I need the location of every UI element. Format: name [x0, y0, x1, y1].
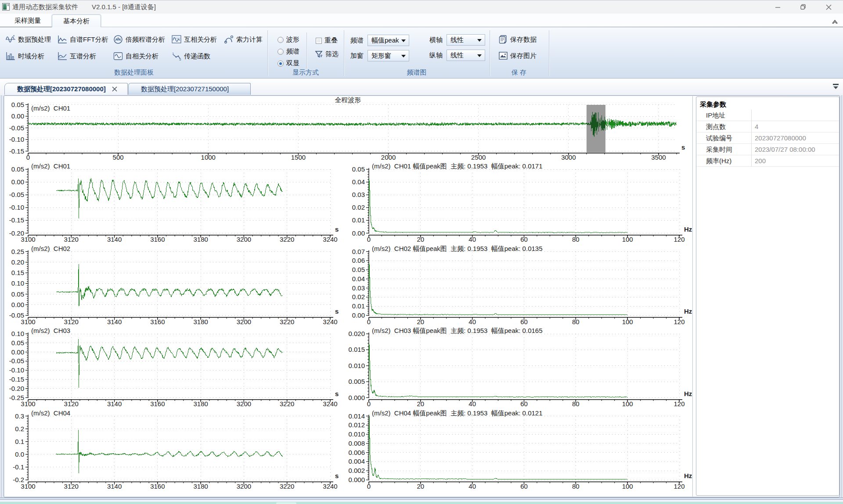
transfer-function-button[interactable]: 1 5 传递函数: [172, 50, 210, 62]
x-tick-label: 80: [572, 318, 580, 325]
acquisition-params-panel: 采集参数 IP地址 测点数 4 试验编号 20230727080000 采集时间…: [696, 97, 839, 496]
y-tick-label: 0.01: [352, 302, 365, 310]
chart-time_ch02[interactable]: 0.250.200.150.100.050.00-0.0531003120314…: [9, 245, 339, 325]
inplot-label: (m/s2) CH02: [31, 245, 70, 252]
axis-unit-label: Hz: [684, 472, 692, 479]
x-tick-label: 3180: [193, 318, 208, 325]
chart-title: 全程波形: [335, 96, 361, 104]
y-tick-label: 0.03: [352, 284, 365, 292]
y-tick-label: -0.1: [13, 463, 24, 471]
close-tab-button[interactable]: [111, 86, 118, 93]
y-tick-label: -0.05: [9, 191, 24, 198]
cross-spectrum-button[interactable]: 互谱分析: [58, 50, 96, 62]
chart-time_ch04[interactable]: 0.30.20.10.0-0.1-0.231003120314031603180…: [13, 409, 339, 490]
save-image-icon: [498, 51, 508, 61]
x-tick-label: 2000: [381, 154, 396, 161]
document-tab-inactive[interactable]: 数据预处理[20230727150000]: [128, 83, 251, 95]
auto-spectrum-fft-button[interactable]: 自谱FFT分析: [58, 34, 108, 45]
cross-correlation-button[interactable]: 互相关分析: [172, 34, 217, 45]
minimize-icon: [775, 4, 781, 10]
y-tick-label: 0.00: [11, 301, 24, 308]
radio-waveform[interactable]: 波形: [277, 36, 299, 44]
waveform-trace: [56, 264, 282, 306]
param-value: 4: [755, 123, 758, 130]
y-tick-label: 0.008: [348, 440, 365, 447]
x-tick-label: 1000: [201, 154, 216, 161]
spectrum-type-select[interactable]: 幅值peak: [367, 35, 409, 46]
x-tick-label: 3140: [107, 236, 122, 243]
checkbox-overlap[interactable]: 重叠: [316, 36, 338, 45]
y-tick-label: 0.06: [352, 257, 365, 264]
chart-overview[interactable]: 0.050.00-0.05-0.10-0.1505001000150020002…: [9, 96, 685, 161]
time-domain-button[interactable]: 时域分析: [6, 50, 44, 62]
filter-button[interactable]: 筛选: [315, 50, 339, 58]
chart-spec_ch03[interactable]: 0.0200.0150.0100.0050.000020406080100120…: [348, 327, 692, 407]
axis-unit-label: s: [681, 143, 685, 151]
y-tick-label: 0.03: [352, 191, 365, 198]
chart-time_ch01[interactable]: 0.050.00-0.05-0.10-0.15-0.20310031203140…: [9, 162, 339, 243]
chart-spec_ch04[interactable]: 0.0140.0120.0100.0080.0060.0040.0020.000…: [348, 409, 692, 490]
y-axis-select[interactable]: 线性: [447, 50, 485, 61]
x-axis-select[interactable]: 线性: [447, 34, 485, 46]
data-preprocessing-button[interactable]: 数据预处理: [6, 34, 51, 45]
tab-list-button[interactable]: [832, 83, 839, 89]
collapse-ribbon-button[interactable]: [832, 18, 839, 24]
radio-icon: [277, 37, 284, 43]
chart-canvas[interactable]: 0.050.00-0.05-0.10-0.1505001000150020002…: [4, 96, 692, 497]
y-tick-label: 0.1: [15, 438, 24, 445]
y-tick-label: 0.010: [348, 362, 365, 369]
y-tick-label: 0.002: [348, 467, 365, 474]
param-value: 20230727080000: [755, 134, 806, 142]
save-data-button[interactable]: 保存数据: [498, 34, 537, 45]
close-button[interactable]: [819, 0, 838, 14]
inplot-label: (m/s2) CH01 幅值peak图 主频: 0.1953 幅值peak: 0…: [372, 162, 543, 170]
spectrum-type-field: 频谱 幅值peak: [350, 35, 409, 46]
minimize-button[interactable]: [768, 0, 787, 14]
window-fn-select[interactable]: 矩形窗: [367, 50, 409, 61]
window-frame-left: [0, 95, 4, 497]
ribbon-tab-sampling[interactable]: 采样测量: [10, 14, 46, 27]
title-bar: 通用动态数据采集软件 V2.0.1.5 - [8通道设备]: [0, 0, 843, 14]
chart-time_ch03[interactable]: 0.100.050.00-0.05-0.10-0.15-0.20-0.25310…: [9, 327, 339, 407]
radio-spectrum[interactable]: 频谱: [277, 47, 299, 56]
waveform-trace: [369, 343, 627, 397]
octave-spectrum-button[interactable]: 倍频程谱分析: [113, 34, 165, 45]
inplot-label: (m/s2) CH01: [31, 104, 70, 112]
x-tick-label: 3240: [323, 400, 337, 407]
y-axis-field: 纵轴 线性: [429, 50, 485, 61]
x-tick-label: 80: [572, 483, 580, 490]
param-value: 200: [755, 157, 766, 164]
field-label: 纵轴: [429, 51, 443, 60]
cable-force-button[interactable]: 索力计算: [224, 34, 263, 45]
x-tick-label: 3120: [64, 318, 79, 325]
x-tick-label: 3180: [193, 400, 208, 407]
param-label: 频率(Hz): [706, 157, 731, 165]
y-tick-label: 0.3: [15, 412, 24, 420]
group-label-data-processing: 数据处理面板: [90, 68, 178, 77]
y-tick-label: 0.015: [348, 346, 365, 353]
ribbon-tab-analysis[interactable]: 基本分析: [52, 14, 101, 27]
x-tick-label: 3100: [21, 236, 35, 243]
inplot-label: (m/s2) CH02 幅值peak图 主频: 0.1953 幅值peak: 0…: [372, 245, 543, 252]
auto-correlation-button[interactable]: 自相关分析: [113, 50, 159, 62]
document-tab-active[interactable]: 数据预处理[20230727080000]: [4, 83, 128, 95]
button-label: 倍频程谱分析: [126, 36, 165, 44]
group-label-spectrum: 频谱图: [382, 68, 452, 77]
chart-spec_ch01[interactable]: 0.050.040.030.020.010.00020406080100120H…: [352, 162, 692, 243]
button-label: 自相关分析: [126, 52, 159, 61]
chart-spec_ch02[interactable]: 0.070.060.050.040.030.020.010.0002040608…: [352, 245, 692, 325]
svg-text:5: 5: [179, 57, 181, 61]
y-tick-label: 0.020: [348, 330, 365, 337]
y-tick-label: 0.01: [352, 216, 365, 224]
y-tick-label: -0.10: [9, 366, 24, 374]
x-tick-label: 120: [674, 236, 684, 243]
save-image-button[interactable]: 保存图片: [498, 50, 537, 61]
restore-icon: [800, 4, 806, 10]
x-tick-label: 40: [468, 236, 476, 243]
restore-button[interactable]: [793, 0, 813, 14]
inplot-label: (m/s2) CH04 幅值peak图 主频: 0.1953 幅值peak: 0…: [372, 409, 543, 417]
ribbon: 数据预处理 自谱FFT分析 倍频程谱分析 互相关分析: [0, 27, 843, 79]
radio-dual-display[interactable]: 双显: [277, 59, 299, 68]
x-tick-label: 3180: [193, 236, 208, 243]
y-tick-label: 0.000: [348, 476, 365, 483]
